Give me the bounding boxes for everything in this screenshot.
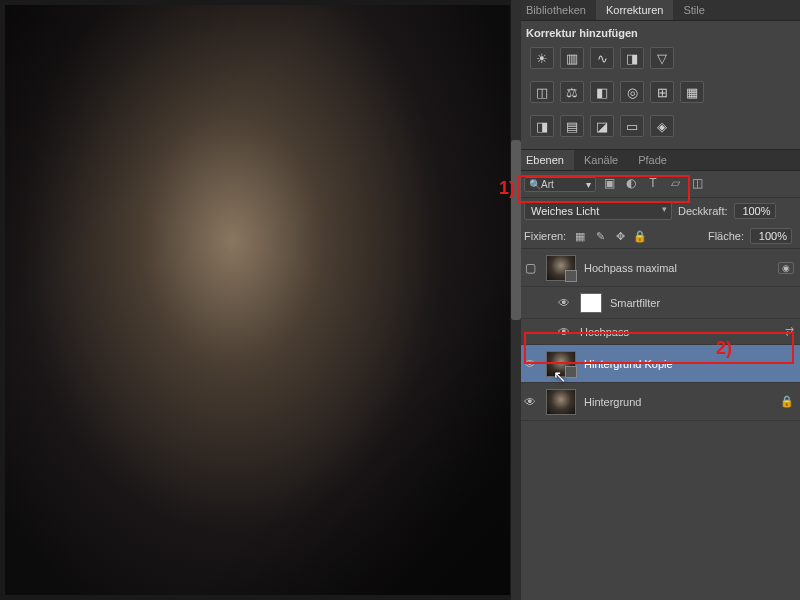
filter-settings-icon[interactable]: ⇄ xyxy=(785,325,794,338)
layer-name: Hochpass xyxy=(580,326,777,338)
tab-ebenen[interactable]: Ebenen xyxy=(516,150,574,170)
right-panels: Bibliotheken Korrekturen Stile Korrektur… xyxy=(515,0,800,600)
layer-thumb xyxy=(546,389,576,415)
lock-row: Fixieren: ▦ ✎ ✥ 🔒 Fläche: 100% xyxy=(516,224,800,249)
layer-thumb xyxy=(546,351,576,377)
visibility-toggle[interactable]: 👁 xyxy=(522,395,538,409)
layer-filter-type[interactable]: 🔍 Art ▾ xyxy=(524,177,596,192)
visibility-toggle[interactable]: 👁 xyxy=(556,325,572,339)
chevron-down-icon: ▾ xyxy=(586,179,591,190)
filter-adjust-icon[interactable]: ◐ xyxy=(622,176,640,192)
tab-kanaele[interactable]: Kanäle xyxy=(574,150,628,170)
posterize-icon[interactable]: ▤ xyxy=(560,115,584,137)
annotation-label-2: 2) xyxy=(716,338,732,359)
visibility-toggle[interactable]: 👁 xyxy=(522,357,538,371)
fill-value[interactable]: 100% xyxy=(750,228,792,244)
bw-icon[interactable]: ◧ xyxy=(590,81,614,103)
layer-name: Hintergrund xyxy=(584,396,772,408)
layer-name: Hintergrund Kopie xyxy=(584,358,794,370)
opacity-value[interactable]: 100% xyxy=(734,203,776,219)
brightness-icon[interactable]: ☀ xyxy=(530,47,554,69)
photo-filter-icon[interactable]: ◎ xyxy=(620,81,644,103)
lock-pixels-icon[interactable]: ▦ xyxy=(572,229,588,243)
filter-pixel-icon[interactable]: ▣ xyxy=(600,176,618,192)
channel-mixer-icon[interactable]: ⊞ xyxy=(650,81,674,103)
search-icon: 🔍 xyxy=(529,179,541,190)
document-canvas[interactable] xyxy=(5,5,510,595)
tab-korrekturen[interactable]: Korrekturen xyxy=(596,0,673,20)
selective-color-icon[interactable]: ◈ xyxy=(650,115,674,137)
lock-brush-icon[interactable]: ✎ xyxy=(592,229,608,243)
layer-hochpass-filter[interactable]: 👁 Hochpass ⇄ xyxy=(516,319,800,345)
curves-icon[interactable]: ∿ xyxy=(590,47,614,69)
layer-name: Smartfilter xyxy=(610,297,794,309)
top-panel-tabs: Bibliotheken Korrekturen Stile xyxy=(516,0,800,21)
adjustments-title: Korrektur hinzufügen xyxy=(516,21,800,43)
lock-icons: ▦ ✎ ✥ 🔒 xyxy=(572,229,648,243)
tab-stile[interactable]: Stile xyxy=(673,0,714,20)
blend-row: Weiches Licht Deckkraft: 100% xyxy=(516,198,800,224)
levels-icon[interactable]: ▥ xyxy=(560,47,584,69)
balance-icon[interactable]: ⚖ xyxy=(560,81,584,103)
exposure-icon[interactable]: ◨ xyxy=(620,47,644,69)
layer-name: Hochpass maximal xyxy=(584,262,770,274)
layers-panel-tabs: Ebenen Kanäle Pfade xyxy=(516,149,800,171)
lock-all-icon[interactable]: 🔒 xyxy=(632,229,648,243)
layer-hintergrund-kopie[interactable]: 👁 Hintergrund Kopie xyxy=(516,345,800,383)
layer-filter-bar: 🔍 Art ▾ ▣ ◐ T ▱ ◫ xyxy=(516,171,800,198)
blend-mode-dropdown[interactable]: Weiches Licht xyxy=(524,202,672,220)
layer-thumb xyxy=(580,293,602,313)
layers-list: ▢ Hochpass maximal ◉ 👁 Smartfilter 👁 Hoc… xyxy=(516,249,800,600)
layer-thumb xyxy=(546,255,576,281)
fill-label: Fläche: xyxy=(708,230,744,242)
visibility-toggle[interactable]: ▢ xyxy=(522,261,538,275)
threshold-icon[interactable]: ◪ xyxy=(590,115,614,137)
visibility-toggle[interactable]: 👁 xyxy=(556,296,572,310)
annotation-label-1: 1) xyxy=(499,178,515,199)
lookup-icon[interactable]: ▦ xyxy=(680,81,704,103)
canvas-scrollbar[interactable] xyxy=(511,0,521,600)
lock-label: Fixieren: xyxy=(524,230,566,242)
tab-bibliotheken[interactable]: Bibliotheken xyxy=(516,0,596,20)
filter-type-icon[interactable]: T xyxy=(644,176,662,192)
filter-type-label: Art xyxy=(541,179,554,190)
fx-badge-icon[interactable]: ◉ xyxy=(778,262,794,274)
layer-hintergrund[interactable]: 👁 Hintergrund 🔒 xyxy=(516,383,800,421)
layer-hochpass-maximal[interactable]: ▢ Hochpass maximal ◉ xyxy=(516,249,800,287)
adjustments-grid-3: ◨ ▤ ◪ ▭ ◈ xyxy=(516,111,800,145)
filter-smart-icon[interactable]: ◫ xyxy=(688,176,706,192)
adjustments-grid-2: ◫ ⚖ ◧ ◎ ⊞ ▦ xyxy=(516,77,800,111)
adjustments-grid: ☀ ▥ ∿ ◨ ▽ xyxy=(516,43,800,77)
opacity-label: Deckkraft: xyxy=(678,205,728,217)
gradient-map-icon[interactable]: ▭ xyxy=(620,115,644,137)
tab-pfade[interactable]: Pfade xyxy=(628,150,677,170)
layer-smartfilter[interactable]: 👁 Smartfilter xyxy=(516,287,800,319)
vibrance-icon[interactable]: ▽ xyxy=(650,47,674,69)
lock-icon: 🔒 xyxy=(780,395,794,408)
lock-position-icon[interactable]: ✥ xyxy=(612,229,628,243)
filter-shape-icon[interactable]: ▱ xyxy=(666,176,684,192)
scrollbar-thumb[interactable] xyxy=(511,140,521,320)
hue-icon[interactable]: ◫ xyxy=(530,81,554,103)
invert-icon[interactable]: ◨ xyxy=(530,115,554,137)
